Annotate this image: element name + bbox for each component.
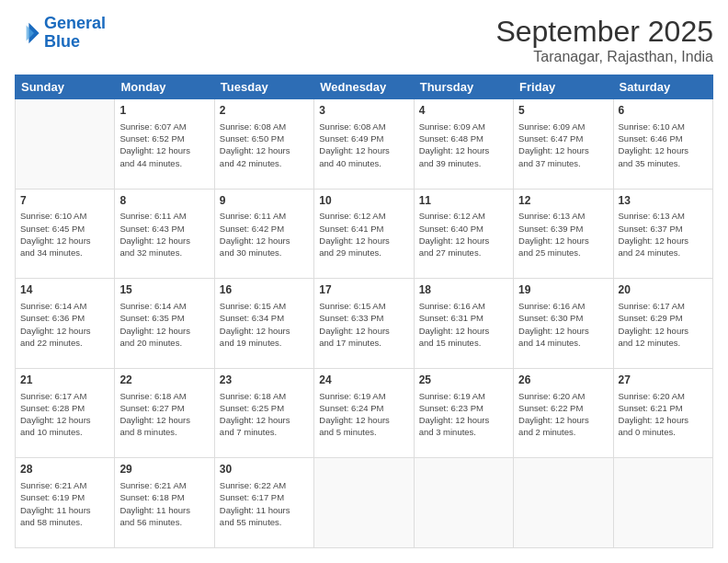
table-row: 26Sunrise: 6:20 AMSunset: 6:22 PMDayligh… [514,368,613,458]
day-info: Sunset: 6:17 PM [220,491,309,503]
table-row: 28Sunrise: 6:21 AMSunset: 6:19 PMDayligh… [16,458,115,548]
day-number: 16 [220,282,309,298]
day-info: Sunset: 6:41 PM [319,223,408,235]
day-info: Sunrise: 6:15 AM [220,300,309,312]
day-info: and 30 minutes. [220,247,309,259]
table-row [16,99,115,190]
day-info: Daylight: 12 hours [20,235,109,247]
day-number: 14 [20,282,109,298]
day-info: Daylight: 12 hours [20,414,109,426]
day-info: and 20 minutes. [119,337,209,349]
calendar-header-saturday: Saturday [613,75,712,99]
day-info: Sunset: 6:52 PM [119,132,209,144]
day-info: Sunset: 6:37 PM [619,223,708,235]
day-info: Sunrise: 6:13 AM [619,210,708,222]
day-info: Daylight: 12 hours [619,414,708,426]
day-info: Daylight: 12 hours [319,144,408,156]
day-info: and 39 minutes. [419,157,508,169]
table-row: 4Sunrise: 6:09 AMSunset: 6:48 PMDaylight… [414,99,513,190]
day-info: Sunset: 6:49 PM [319,132,408,144]
day-number: 17 [319,282,408,298]
day-info: Daylight: 11 hours [20,504,109,516]
day-number: 25 [419,373,508,388]
table-row [414,458,513,548]
day-info: Daylight: 12 hours [220,325,309,337]
day-info: and 55 minutes. [220,516,309,528]
day-info: and 2 minutes. [518,426,608,438]
day-info: and 17 minutes. [319,337,408,349]
table-row: 5Sunrise: 6:09 AMSunset: 6:47 PMDaylight… [514,99,613,190]
table-row: 9Sunrise: 6:11 AMSunset: 6:42 PMDaylight… [214,189,313,279]
table-row: 27Sunrise: 6:20 AMSunset: 6:21 PMDayligh… [613,368,712,458]
day-info: Sunset: 6:40 PM [419,223,508,235]
table-row: 18Sunrise: 6:16 AMSunset: 6:31 PMDayligh… [414,279,513,369]
day-info: Daylight: 12 hours [518,414,608,426]
day-info: Sunset: 6:19 PM [20,491,109,503]
table-row: 1Sunrise: 6:07 AMSunset: 6:52 PMDaylight… [115,99,214,190]
day-number: 19 [518,282,608,298]
day-info: Sunrise: 6:14 AM [20,300,109,312]
day-info: Sunset: 6:48 PM [419,132,508,144]
day-info: Sunset: 6:50 PM [220,132,309,144]
day-info: Sunset: 6:31 PM [419,312,508,324]
table-row: 25Sunrise: 6:19 AMSunset: 6:23 PMDayligh… [414,368,513,458]
day-info: Sunrise: 6:15 AM [319,300,408,312]
title-block: September 2025 Taranagar, Rajasthan, Ind… [495,15,713,65]
day-info: Sunset: 6:25 PM [220,402,309,414]
day-info: Daylight: 12 hours [119,144,209,156]
day-info: Sunrise: 6:18 AM [220,390,309,402]
day-info: Sunset: 6:21 PM [619,402,708,414]
day-info: Sunset: 6:46 PM [619,132,708,144]
day-info: Sunrise: 6:10 AM [20,210,109,222]
table-row: 8Sunrise: 6:11 AMSunset: 6:43 PMDaylight… [115,189,214,279]
calendar-week-2: 14Sunrise: 6:14 AMSunset: 6:36 PMDayligh… [16,279,713,369]
table-row: 21Sunrise: 6:17 AMSunset: 6:28 PMDayligh… [16,368,115,458]
day-info: Daylight: 11 hours [220,504,309,516]
day-info: and 12 minutes. [619,337,708,349]
day-number: 1 [119,103,209,119]
table-row: 29Sunrise: 6:21 AMSunset: 6:18 PMDayligh… [115,458,214,548]
day-number: 24 [319,373,408,388]
table-row [514,458,613,548]
table-row: 14Sunrise: 6:14 AMSunset: 6:36 PMDayligh… [16,279,115,369]
calendar-header-wednesday: Wednesday [314,75,414,99]
table-row: 13Sunrise: 6:13 AMSunset: 6:37 PMDayligh… [613,189,712,279]
day-info: Sunset: 6:29 PM [619,312,708,324]
day-info: Sunrise: 6:20 AM [518,390,608,402]
calendar-header-row: SundayMondayTuesdayWednesdayThursdayFrid… [16,75,713,99]
day-info: and 19 minutes. [220,337,309,349]
table-row: 15Sunrise: 6:14 AMSunset: 6:35 PMDayligh… [115,279,214,369]
day-info: Daylight: 12 hours [220,235,309,247]
day-info: Daylight: 12 hours [20,325,109,337]
day-info: Sunset: 6:23 PM [419,402,508,414]
day-number: 23 [220,373,309,388]
calendar-header-tuesday: Tuesday [214,75,313,99]
table-row: 24Sunrise: 6:19 AMSunset: 6:24 PMDayligh… [314,368,414,458]
day-number: 15 [119,282,209,298]
day-info: Sunrise: 6:20 AM [619,390,708,402]
day-info: Sunrise: 6:19 AM [419,390,508,402]
day-info: and 10 minutes. [20,426,109,438]
day-info: Sunrise: 6:12 AM [319,210,408,222]
day-info: Daylight: 12 hours [619,325,708,337]
day-number: 28 [20,462,109,477]
day-info: Sunrise: 6:17 AM [20,390,109,402]
day-info: Sunrise: 6:17 AM [619,300,708,312]
logo-text: General Blue [44,15,106,52]
day-info: Sunset: 6:28 PM [20,402,109,414]
day-info: Sunrise: 6:09 AM [419,121,508,132]
day-info: and 56 minutes. [119,516,209,528]
day-info: Sunset: 6:39 PM [518,223,608,235]
day-info: Daylight: 12 hours [119,235,209,247]
calendar-week-4: 28Sunrise: 6:21 AMSunset: 6:19 PMDayligh… [16,458,713,548]
day-info: and 29 minutes. [319,247,408,259]
day-number: 8 [119,193,209,209]
day-info: and 22 minutes. [20,337,109,349]
table-row: 7Sunrise: 6:10 AMSunset: 6:45 PMDaylight… [16,189,115,279]
logo: General Blue [15,15,106,52]
day-number: 27 [619,373,708,388]
day-number: 29 [119,462,209,477]
day-info: and 15 minutes. [419,337,508,349]
day-info: and 40 minutes. [319,157,408,169]
day-info: Daylight: 12 hours [319,325,408,337]
